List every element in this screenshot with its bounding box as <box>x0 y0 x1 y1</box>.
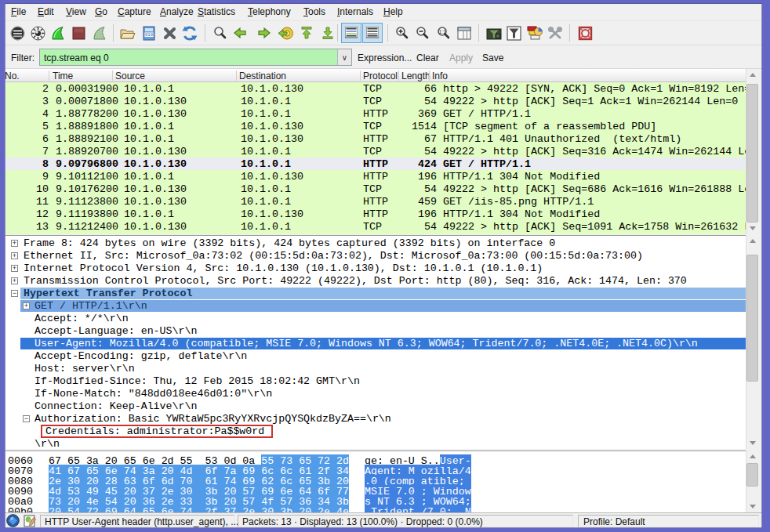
svg-text:010: 010 <box>145 32 153 37</box>
svg-text:1:1: 1:1 <box>438 29 445 34</box>
